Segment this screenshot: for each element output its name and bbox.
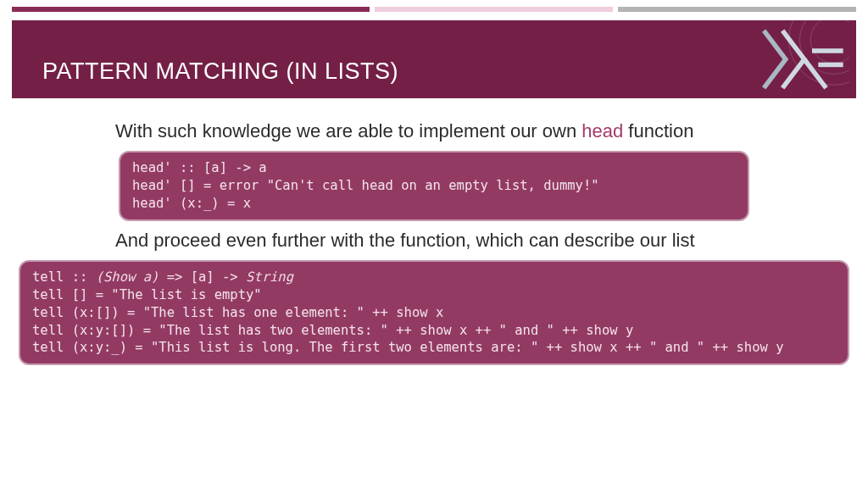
code1-l2: head' [] = error "Can't call head on an …: [132, 178, 599, 193]
intro-post: function: [623, 120, 693, 141]
code2-sig-em2: String: [246, 269, 293, 285]
code-block-tell: tell :: (Show a) => [a] -> String tell […: [19, 260, 849, 366]
code2-l2: tell [] = "The list is empty": [32, 287, 262, 302]
code2-sig-mid: => [a] ->: [159, 269, 246, 285]
accent-strip: [0, 0, 868, 12]
mid-line: And proceed even further with the functi…: [115, 230, 854, 252]
title-banner: PATTERN MATCHING (IN LISTS): [12, 20, 856, 98]
accent-seg-2: [375, 7, 613, 12]
code2-sig-em: (Show a): [96, 269, 159, 285]
intro-pre: With such knowledge we are able to imple…: [115, 120, 581, 141]
svg-point-2: [810, 20, 849, 64]
slide-body: With such knowledge we are able to imple…: [0, 98, 868, 365]
code2-l4: tell (x:y:[]) = "The list has two elemen…: [32, 323, 633, 338]
code2-sig-pre: tell ::: [32, 269, 96, 285]
code-block-head: head' :: [a] -> a head' [] = error "Can'…: [119, 151, 749, 221]
code2-l5: tell (x:y:_) = "This list is long. The f…: [32, 340, 784, 355]
code1-l3: head' (x:_) = x: [132, 196, 251, 211]
haskell-logo-icon: [756, 20, 849, 98]
intro-keyword: head: [581, 120, 623, 141]
code2-l3: tell (x:[]) = "The list has one element:…: [32, 305, 443, 320]
intro-line: With such knowledge we are able to imple…: [115, 120, 854, 142]
code1-l1: head' :: [a] -> a: [132, 160, 267, 175]
slide-title: PATTERN MATCHING (IN LISTS): [12, 58, 398, 98]
accent-seg-1: [12, 7, 370, 12]
accent-seg-3: [618, 7, 856, 12]
